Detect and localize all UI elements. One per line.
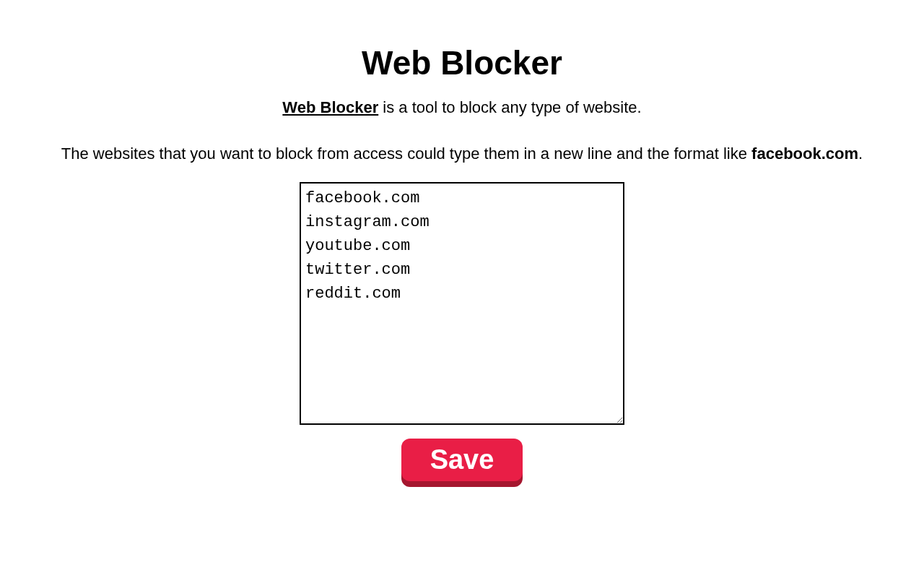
- description-line: Web Blocker is a tool to block any type …: [0, 98, 924, 117]
- instruction-prefix: The websites that you want to block from…: [61, 144, 751, 163]
- instruction-line: The websites that you want to block from…: [0, 144, 924, 163]
- save-button[interactable]: Save: [401, 439, 523, 481]
- blocked-sites-textarea[interactable]: [300, 182, 624, 425]
- instruction-example: facebook.com: [751, 144, 858, 163]
- description-rest: is a tool to block any type of website.: [378, 98, 641, 116]
- description-strong: Web Blocker: [282, 98, 378, 116]
- main-container: Web Blocker Web Blocker is a tool to blo…: [0, 0, 924, 481]
- instruction-suffix: .: [858, 144, 863, 163]
- page-title: Web Blocker: [0, 43, 924, 82]
- textarea-wrap: [300, 182, 624, 425]
